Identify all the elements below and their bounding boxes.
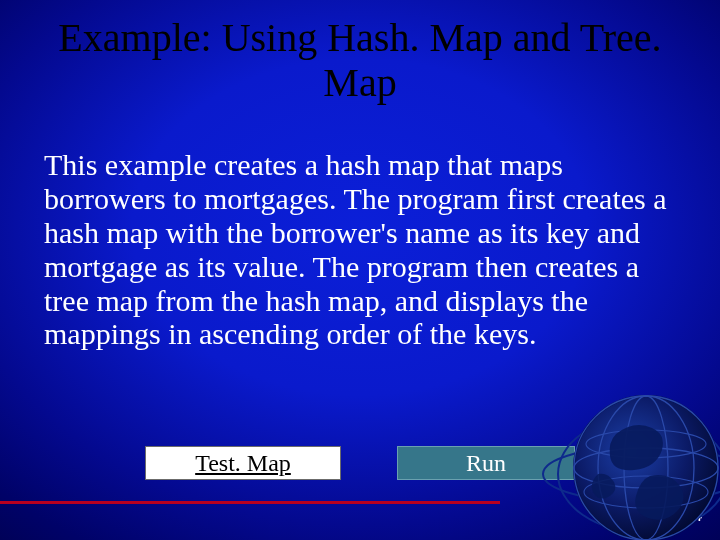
testmap-button[interactable]: Test. Map [145,446,341,480]
slide-title: Example: Using Hash. Map and Tree. Map [0,16,720,106]
slide-body-text: This example creates a hash map that map… [44,148,682,351]
run-button-label: Run [466,450,506,477]
svg-point-8 [584,476,708,508]
run-button[interactable]: Run [397,446,575,480]
page-number: 14 [684,505,702,526]
slide: Example: Using Hash. Map and Tree. Map T… [0,0,720,540]
testmap-button-label: Test. Map [195,450,291,477]
accent-line [0,501,500,504]
button-row: Test. Map Run [0,446,720,480]
